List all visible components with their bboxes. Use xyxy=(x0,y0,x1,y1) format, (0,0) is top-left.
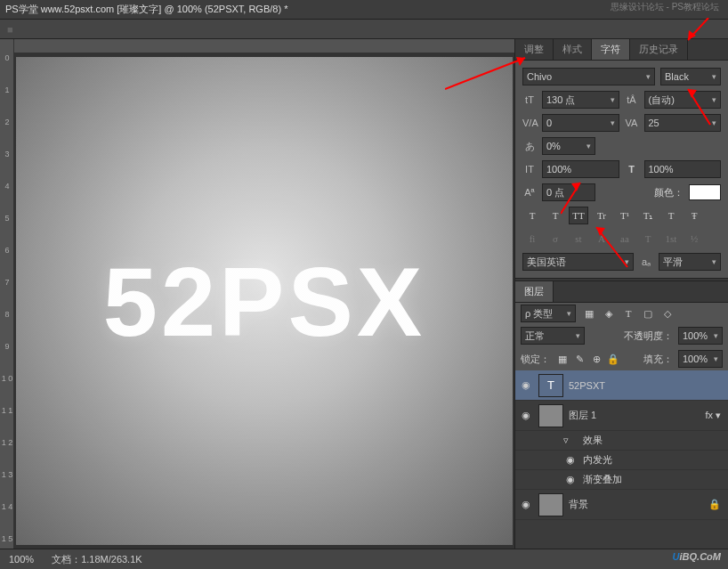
hscale-input[interactable]: 100% xyxy=(644,160,722,178)
visibility-icon[interactable]: ◉ xyxy=(519,410,533,421)
opentype-btn[interactable]: 1st xyxy=(661,230,681,248)
type-style-btn[interactable]: T xyxy=(661,207,681,224)
tracking-icon: VA xyxy=(625,118,639,128)
tab-调整[interactable]: 调整 xyxy=(515,39,554,60)
fx-badge[interactable]: fx ▾ xyxy=(705,410,721,421)
font-size-input[interactable]: 130 点 xyxy=(542,91,619,109)
visibility-icon[interactable]: ◉ xyxy=(563,474,578,485)
text-color-swatch[interactable] xyxy=(689,184,721,200)
kerning-input[interactable]: 0 xyxy=(542,114,619,132)
title-bar: PS学堂 www.52psxt.com [璀璨文字] @ 100% (52PSX… xyxy=(0,0,728,20)
kerning-icon: V/A xyxy=(522,118,537,128)
opentype-btn[interactable]: st xyxy=(569,230,588,248)
tab-layers[interactable]: 图层 xyxy=(515,281,554,302)
antialias-icon: aₐ xyxy=(639,256,653,268)
font-family-select[interactable]: Chivo xyxy=(522,68,655,85)
layer-filter-kind[interactable]: ρ 类型 xyxy=(521,305,576,322)
status-bar: 100% 文档：1.18M/263.1K xyxy=(0,549,728,569)
layer-thumb[interactable]: T xyxy=(538,374,563,397)
type-style-btn[interactable]: T xyxy=(522,207,542,224)
lock-icon[interactable]: ▦ xyxy=(555,352,570,366)
tsume-input[interactable]: 0% xyxy=(542,137,595,155)
layer-row[interactable]: ◉图层 1fx ▾ xyxy=(515,401,728,431)
font-size-icon: tT xyxy=(522,94,537,105)
canvas-text-layer[interactable]: 52PSX xyxy=(103,245,425,358)
blend-mode-select[interactable]: 正常 xyxy=(521,327,585,345)
filter-icon[interactable]: ◈ xyxy=(601,305,617,321)
opentype-buttons: fiσstAaaT1st½ xyxy=(522,230,721,248)
leading-input[interactable]: (自动) xyxy=(644,91,722,109)
layer-thumb[interactable] xyxy=(538,404,563,427)
document-info[interactable]: 文档：1.18M/263.1K xyxy=(52,553,142,566)
opentype-btn[interactable]: T xyxy=(638,230,658,248)
font-style-select[interactable]: Black xyxy=(660,68,721,85)
opentype-btn[interactable]: fi xyxy=(522,230,542,248)
tab-历史记录[interactable]: 历史记录 xyxy=(630,39,688,60)
hscale-icon: T xyxy=(625,164,639,175)
layers-panel: 图层 ρ 类型 ▦◈T▢◇ 正常 不透明度： 100% 锁定： ▦✎⊕🔒 填充：… xyxy=(515,281,728,549)
layer-row[interactable]: ◉背景🔒 xyxy=(515,490,728,520)
right-panels: 调整样式字符历史记录 Chivo Black tT 130 点 tÂ (自动) … xyxy=(514,39,728,549)
layer-row[interactable]: ◉T52PSXT xyxy=(515,370,728,401)
leading-icon: tÂ xyxy=(625,94,639,105)
fill-input[interactable]: 100% xyxy=(678,350,723,368)
tab-样式[interactable]: 样式 xyxy=(554,39,592,60)
visibility-icon[interactable]: ◉ xyxy=(519,499,533,510)
canvas-viewport[interactable]: 52PSX xyxy=(14,53,514,549)
fill-label: 填充： xyxy=(643,353,673,366)
document-title: PS学堂 www.52psxt.com [璀璨文字] @ 100% (52PSX… xyxy=(5,3,287,16)
opacity-input[interactable]: 100% xyxy=(678,327,723,345)
fx-item[interactable]: ▿ 效果 xyxy=(515,431,728,451)
type-style-btn[interactable]: TT xyxy=(569,207,588,224)
tsume-icon: あ xyxy=(522,140,537,153)
opentype-btn[interactable]: aa xyxy=(615,230,635,248)
watermark-logo: UiBQ.CoM xyxy=(673,548,721,564)
opentype-btn[interactable]: σ xyxy=(546,230,565,248)
opentype-btn[interactable]: A xyxy=(592,230,611,248)
tracking-input[interactable]: 25 xyxy=(644,114,722,132)
options-placeholder: ■ xyxy=(7,24,13,35)
type-style-buttons: TTTTTrT¹T₁TŦ xyxy=(522,207,721,224)
baseline-icon: Aª xyxy=(522,187,537,198)
layer-list: ◉T52PSXT◉图层 1fx ▾▿ 效果◉ 内发光◉ 渐变叠加◉背景🔒 xyxy=(515,370,728,549)
fx-item[interactable]: ◉ 内发光 xyxy=(515,451,728,470)
type-style-btn[interactable]: T₁ xyxy=(638,207,658,224)
type-style-btn[interactable]: Ŧ xyxy=(684,207,704,224)
ruler-horizontal xyxy=(14,39,514,53)
layer-thumb[interactable] xyxy=(538,493,563,516)
filter-icon[interactable]: ▢ xyxy=(640,305,656,321)
lock-label: 锁定： xyxy=(521,353,550,366)
visibility-icon[interactable]: ◉ xyxy=(563,454,578,466)
type-style-btn[interactable]: Tr xyxy=(592,207,611,224)
lock-icon[interactable]: 🔒 xyxy=(606,352,620,366)
color-label: 颜色： xyxy=(654,186,684,199)
filter-icon[interactable]: T xyxy=(620,305,636,321)
char-panel-tabs: 调整样式字符历史记录 xyxy=(515,39,728,61)
forum-watermark: 思缘设计论坛 - PS教程论坛 xyxy=(611,1,719,13)
document-canvas[interactable]: 52PSX xyxy=(16,57,513,545)
zoom-level[interactable]: 100% xyxy=(9,554,34,565)
antialias-select[interactable]: 平滑 xyxy=(659,253,721,271)
lock-icon: 🔒 xyxy=(708,499,721,510)
lock-icon[interactable]: ✎ xyxy=(572,352,586,366)
language-select[interactable]: 美国英语 xyxy=(522,253,634,271)
baseline-input[interactable]: 0 点 xyxy=(542,183,595,201)
opentype-btn[interactable]: ½ xyxy=(684,230,704,248)
layer-name[interactable]: 背景 xyxy=(569,498,588,511)
tab-字符[interactable]: 字符 xyxy=(592,39,630,60)
visibility-icon[interactable]: ◉ xyxy=(519,379,533,391)
character-panel: Chivo Black tT 130 点 tÂ (自动) V/A 0 VA 25… xyxy=(515,61,728,278)
type-style-btn[interactable]: T¹ xyxy=(615,207,635,224)
opacity-label: 不透明度： xyxy=(624,329,673,343)
vscale-input[interactable]: 100% xyxy=(542,160,619,178)
layer-name[interactable]: 52PSXT xyxy=(569,380,605,391)
filter-icon[interactable]: ▦ xyxy=(581,305,597,321)
layer-name[interactable]: 图层 1 xyxy=(569,409,596,422)
lock-icon[interactable]: ⊕ xyxy=(589,352,603,366)
type-style-btn[interactable]: T xyxy=(546,207,565,224)
ruler-vertical: 01234567891 01 11 21 31 41 5 xyxy=(0,39,14,549)
vscale-icon: IT xyxy=(522,164,537,175)
fx-item[interactable]: ◉ 渐变叠加 xyxy=(515,470,728,490)
filter-icon[interactable]: ◇ xyxy=(659,305,675,321)
options-bar: ■ xyxy=(0,20,728,39)
